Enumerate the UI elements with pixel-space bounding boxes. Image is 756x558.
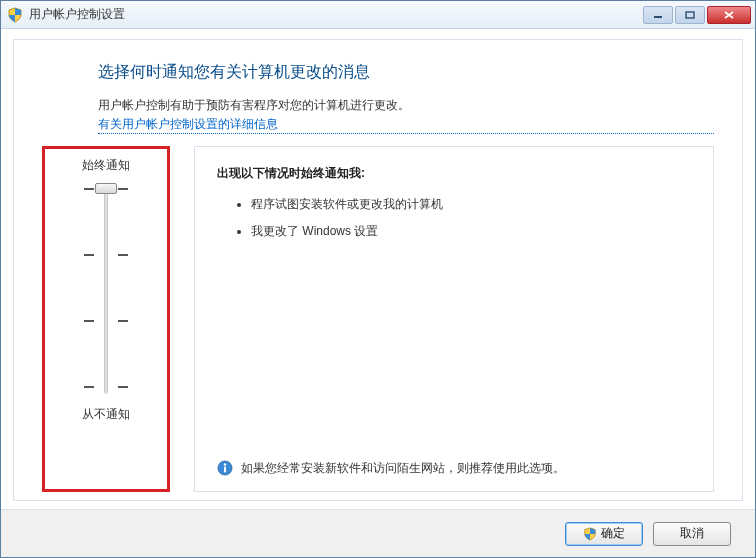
uac-settings-window: 用户帐户控制设置 选择何时通知您有关计算机更改的消息 用户帐户控制有助于预防有害… <box>0 0 756 558</box>
window-buttons <box>641 6 751 24</box>
slider-tick <box>84 386 94 388</box>
shield-icon <box>7 7 23 23</box>
page-subtext: 用户帐户控制有助于预防有害程序对您的计算机进行更改。 <box>98 97 714 114</box>
ok-button-label: 确定 <box>601 525 625 542</box>
content-area: 选择何时通知您有关计算机更改的消息 用户帐户控制有助于预防有害程序对您的计算机进… <box>1 29 755 557</box>
description-box: 出现以下情况时始终通知我: 程序试图安装软件或更改我的计算机 我更改了 Wind… <box>194 146 714 492</box>
cancel-button[interactable]: 取消 <box>653 522 731 546</box>
slider-tick <box>118 188 128 190</box>
recommendation-text: 如果您经常安装新软件和访问陌生网站，则推荐使用此选项。 <box>241 460 565 477</box>
shield-icon <box>583 527 597 541</box>
list-item: 程序试图安装软件或更改我的计算机 <box>251 196 691 213</box>
slider-tick <box>84 254 94 256</box>
svg-rect-0 <box>654 16 662 18</box>
svg-point-3 <box>224 463 226 465</box>
page-heading: 选择何时通知您有关计算机更改的消息 <box>98 62 714 83</box>
cancel-button-label: 取消 <box>680 525 704 542</box>
close-button[interactable] <box>707 6 751 24</box>
main-area: 始终通知 从不通知 <box>42 146 714 492</box>
slider-tick <box>118 320 128 322</box>
list-item: 我更改了 Windows 设置 <box>251 223 691 240</box>
slider-label-always: 始终通知 <box>82 157 130 174</box>
titlebar: 用户帐户控制设置 <box>1 1 755 29</box>
svg-rect-4 <box>224 467 226 473</box>
learn-more-link[interactable]: 有关用户帐户控制设置的详细信息 <box>98 116 714 134</box>
description-title: 出现以下情况时始终通知我: <box>217 165 691 182</box>
ok-button[interactable]: 确定 <box>565 522 643 546</box>
slider-thumb[interactable] <box>95 183 117 194</box>
notification-slider-box: 始终通知 从不通知 <box>42 146 170 492</box>
maximize-button[interactable] <box>675 6 705 24</box>
slider-label-never: 从不通知 <box>82 406 130 423</box>
recommendation-row: 如果您经常安装新软件和访问陌生网站，则推荐使用此选项。 <box>217 452 691 477</box>
description-list: 程序试图安装软件或更改我的计算机 我更改了 Windows 设置 <box>251 196 691 250</box>
dialog-footer: 确定 取消 <box>1 509 755 557</box>
slider-tick <box>84 320 94 322</box>
slider-tick <box>118 386 128 388</box>
slider-tick <box>118 254 128 256</box>
slider-tick <box>84 188 94 190</box>
svg-rect-1 <box>686 12 694 18</box>
slider-rail <box>104 184 108 394</box>
inner-panel: 选择何时通知您有关计算机更改的消息 用户帐户控制有助于预防有害程序对您的计算机进… <box>13 39 743 501</box>
minimize-button[interactable] <box>643 6 673 24</box>
notification-slider[interactable] <box>66 184 146 394</box>
window-title: 用户帐户控制设置 <box>29 6 641 23</box>
info-icon <box>217 460 233 476</box>
